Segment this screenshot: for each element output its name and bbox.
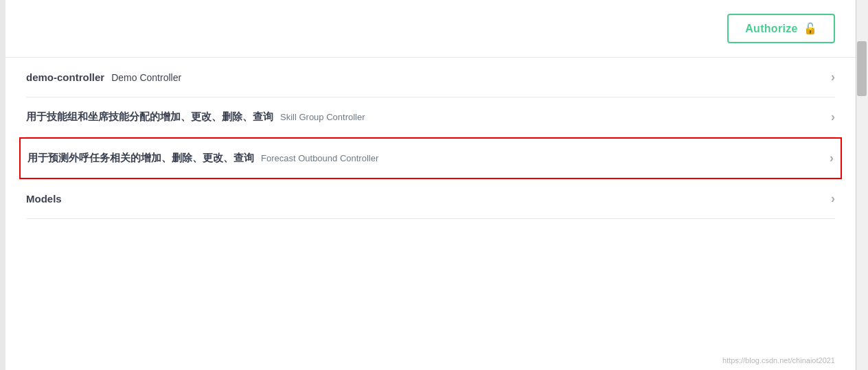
controllers-list: demo-controller Demo Controller › 用于技能组和… xyxy=(5,58,856,219)
controller-en-name: Forecast Outbound Controller xyxy=(261,153,378,163)
watermark: https://blog.csdn.net/chinaiot2021 xyxy=(722,356,835,365)
lock-icon: 🔓 xyxy=(803,22,817,35)
list-item[interactable]: 用于预测外呼任务相关的增加、删除、更改、查询 Forecast Outbound… xyxy=(19,137,842,179)
chevron-right-icon: › xyxy=(831,192,835,206)
authorize-label: Authorize xyxy=(745,23,797,35)
controller-sub-name: Demo Controller xyxy=(111,72,181,83)
main-content: Authorize 🔓 demo-controller Demo Control… xyxy=(5,0,856,370)
list-item[interactable]: 用于技能组和坐席技能分配的增加、更改、删除、查询 Skill Group Con… xyxy=(26,97,835,137)
header-area: Authorize 🔓 xyxy=(5,0,856,58)
chevron-right-icon: › xyxy=(830,151,834,165)
chevron-right-icon: › xyxy=(831,70,835,84)
list-item[interactable]: demo-controller Demo Controller › xyxy=(26,58,835,97)
controller-name-skill: 用于技能组和坐席技能分配的增加、更改、删除、查询 Skill Group Con… xyxy=(26,111,365,124)
controller-main-name: 用于技能组和坐席技能分配的增加、更改、删除、查询 xyxy=(26,111,273,124)
scrollbar-thumb[interactable] xyxy=(857,41,867,96)
authorize-button[interactable]: Authorize 🔓 xyxy=(727,14,835,43)
controller-name-models: Models xyxy=(26,193,62,205)
controller-main-name: 用于预测外呼任务相关的增加、删除、更改、查询 xyxy=(27,152,254,165)
chevron-right-icon: › xyxy=(831,110,835,124)
controller-en-name: Skill Group Controller xyxy=(280,112,365,122)
page-wrapper: Authorize 🔓 demo-controller Demo Control… xyxy=(0,0,868,370)
controller-name-demo: demo-controller Demo Controller xyxy=(26,71,181,83)
left-decoration xyxy=(0,0,5,370)
scrollbar[interactable] xyxy=(856,0,868,370)
controller-name-forecast: 用于预测外呼任务相关的增加、删除、更改、查询 Forecast Outbound… xyxy=(27,152,378,165)
controller-main-name: demo-controller xyxy=(26,71,104,83)
list-item[interactable]: Models › xyxy=(26,179,835,219)
controller-main-name: Models xyxy=(26,193,62,205)
